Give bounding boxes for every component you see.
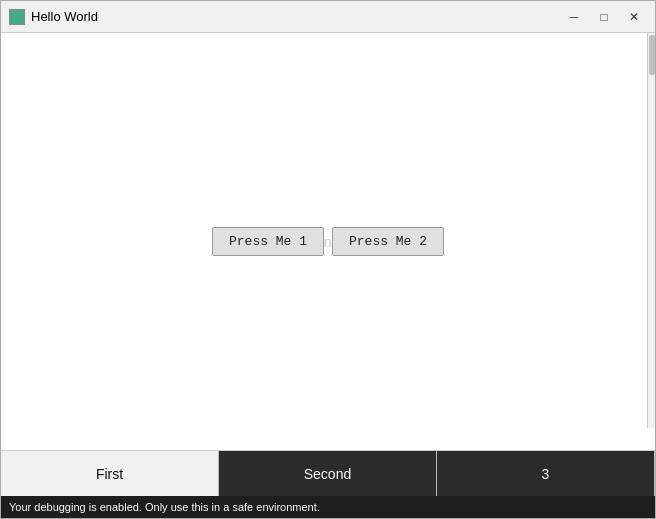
tab-bar: First Second 3 [1,450,655,496]
window-content: http://blog.csdn.net/cqitbe131421 Press … [1,33,655,450]
tab-second[interactable]: Second [219,451,437,496]
maximize-button[interactable]: □ [591,7,617,27]
close-button[interactable]: ✕ [621,7,647,27]
main-window: Hello World ─ □ ✕ http://blog.csdn.net/c… [0,0,656,519]
scrollbar-thumb[interactable] [649,35,655,75]
press-me-1-button[interactable]: Press Me 1 [212,227,324,256]
minimize-button[interactable]: ─ [561,7,587,27]
tab-first[interactable]: First [1,451,219,496]
app-icon [9,9,25,25]
window-controls: ─ □ ✕ [561,7,647,27]
tab-third[interactable]: 3 [437,451,655,496]
buttons-container: Press Me 1 Press Me 2 [212,227,444,256]
press-me-2-button[interactable]: Press Me 2 [332,227,444,256]
scrollbar[interactable] [647,33,655,428]
status-bar: Your debugging is enabled. Only use this… [1,496,655,518]
window-title: Hello World [31,9,561,24]
status-text: Your debugging is enabled. Only use this… [9,501,320,513]
title-bar: Hello World ─ □ ✕ [1,1,655,33]
